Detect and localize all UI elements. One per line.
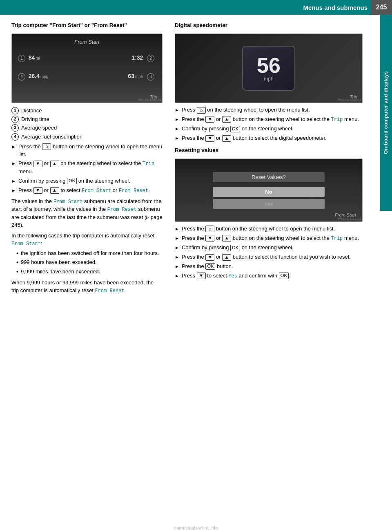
speed-number: 56 <box>257 55 281 76</box>
left-column: Trip computer "From Start" or "From Rese… <box>11 22 163 528</box>
rv-bullet-4: ► Press the ▼ or ▲ button to select the … <box>175 253 363 261</box>
rv-arrow-1: ► <box>175 226 179 232</box>
rv-arrow-2: ► <box>175 235 179 242</box>
num-badge-2: 2 <box>11 116 19 123</box>
badge-3: 3 <box>147 73 154 80</box>
dot-1: • <box>16 250 18 258</box>
arrow-4: ► <box>11 188 16 194</box>
home-key-1: ⌂ <box>42 143 51 150</box>
speed-img-code: P54.33-3614-31 <box>338 98 361 102</box>
dashboard-image: From Start 1 84mi 1:32 2 4 26.4mpg <box>11 34 163 103</box>
list-text-1: Distance <box>21 107 42 114</box>
rv-arrow-4: ► <box>175 254 179 261</box>
bullet-4-text: Press ▼ or ▲ to select From Start or Fro… <box>18 187 150 194</box>
ds-down-key-2: ▼ <box>205 135 214 142</box>
dash-row-2: 4 26.4mpg 63mph 3 <box>18 73 156 80</box>
down-key-1: ▼ <box>33 161 42 167</box>
rv-bullet-2-text: Press the ▼ or ▲ button on the steering … <box>182 235 359 242</box>
reset-title-bar: Reset Values? <box>213 172 325 182</box>
rv-bullet-1: ► Press the ⌂ button on the steering whe… <box>175 225 363 233</box>
badge-2: 2 <box>147 55 154 62</box>
rv-bullet-5: ► Press the OK button. <box>175 263 363 270</box>
dot-3: • <box>16 268 18 276</box>
ds-arrow-4: ► <box>175 135 179 142</box>
dot-text-2: 999 hours have been exceeded. <box>21 259 97 266</box>
val-264: 26.4 <box>29 73 40 79</box>
dash-badge-1: 1 84mi <box>18 54 40 62</box>
num-badge-3: 3 <box>11 124 19 132</box>
up-key-1: ▲ <box>50 161 59 167</box>
dot-text-3: 9,999 miles have been exceeded. <box>21 268 100 275</box>
header-title: Menus and submenus <box>303 4 368 11</box>
list-item-3: 3 Average speed <box>11 124 163 132</box>
dot-item-1: • the ignition has been switched off for… <box>11 250 163 258</box>
val-time: 1:32 <box>131 54 143 61</box>
rv-bullet-6-text: Press ▼ to select Yes and confirm with O… <box>182 272 290 280</box>
reset-yes-bar: Yes <box>213 199 325 209</box>
ds-bullet-4-text: Press the ▼ or ▲ button to select the di… <box>182 134 327 142</box>
list-item-1: 1 Distance <box>11 107 163 114</box>
main-content: Trip computer "From Start" or "From Rese… <box>0 15 371 532</box>
speed-display: 56 mph <box>242 46 295 91</box>
bullet-2: ► Press ▼ or ▲ on the steering wheel to … <box>11 160 163 175</box>
rv-arrow-5: ► <box>175 264 179 270</box>
side-tab: On-board computer and displays <box>380 15 392 211</box>
ds-bullet-2-text: Press the ▼ or ▲ button on the steering … <box>182 116 359 123</box>
rv-up-key-2: ▲ <box>222 254 231 261</box>
rv-bullet-3: ► Confirm by pressing OK on the steering… <box>175 244 363 252</box>
down-key-2: ▼ <box>33 187 42 194</box>
dash-time: 1:32 2 <box>131 54 156 62</box>
list-item-2: 2 Driving time <box>11 116 163 123</box>
ds-arrow-2: ► <box>175 116 179 123</box>
dot-text-1: the ignition has been switched off for m… <box>21 250 159 257</box>
img-code-left: P54.33-4249-31 <box>138 98 161 102</box>
header-bar: Menus and submenus <box>0 0 392 15</box>
numbered-list: 1 Distance 2 Driving time 3 Average spee… <box>11 107 163 141</box>
rv-ok-key-2: OK <box>205 263 215 270</box>
list-text-2: Driving time <box>21 116 49 123</box>
from-start-label: From Start <box>74 39 99 45</box>
ds-up-key-2: ▲ <box>222 135 231 142</box>
rv-up-key: ▲ <box>222 235 231 241</box>
para-2: In the following cases the trip computer… <box>11 232 163 248</box>
rv-bullet-1-text: Press the ⌂ button on the steering wheel… <box>182 225 335 233</box>
dash-badge-4: 4 26.4mpg <box>18 73 48 80</box>
ds-bullet-3-text: Confirm by pressing OK on the steering w… <box>182 125 294 133</box>
num-badge-1: 1 <box>11 107 19 114</box>
para-1: The values in the From Start submenu are… <box>11 198 163 229</box>
digital-section-heading: Digital speedometer <box>175 22 363 28</box>
rv-arrow-6: ► <box>175 273 179 279</box>
reset-section-heading: Resetting values <box>175 147 363 153</box>
arrow-3: ► <box>11 178 16 185</box>
ds-bullet-3: ► Confirm by pressing OK on the steering… <box>175 125 363 133</box>
right-column: Digital speedometer 56 mph Trip P54.33-3… <box>175 22 363 528</box>
ok-key-1: OK <box>67 178 77 184</box>
list-text-4: Average fuel consumption <box>21 133 82 141</box>
rv-bullet-3-text: Confirm by pressing OK on the steering w… <box>182 244 294 252</box>
speed-unit: mph <box>264 76 273 82</box>
ds-up-key: ▲ <box>222 116 231 123</box>
dot-item-3: • 9,999 miles have been exceeded. <box>11 268 163 276</box>
speed-image: 56 mph Trip P54.33-3614-31 <box>175 34 363 103</box>
arrow-1: ► <box>11 144 16 150</box>
rv-ok-key: OK <box>230 245 240 251</box>
num-badge-4: 4 <box>11 133 19 141</box>
rv-arrow-3: ► <box>175 245 179 251</box>
list-item-4: 4 Average fuel consumption <box>11 133 163 141</box>
dot-item-2: • 999 hours have been exceeded. <box>11 259 163 267</box>
dash-speed: 63mph 3 <box>128 73 156 80</box>
page-number: 245 <box>371 0 392 15</box>
ds-ok-key: OK <box>230 126 240 132</box>
reset-no-bar: No <box>213 187 325 197</box>
dot-2: • <box>16 259 18 267</box>
ds-down-key: ▼ <box>205 116 214 123</box>
ds-bullet-4: ► Press the ▼ or ▲ button to select the … <box>175 134 363 142</box>
rv-down-key-3: ▼ <box>197 273 206 279</box>
bullet-1: ► Press the ⌂ button on the steering whe… <box>11 143 163 159</box>
rv-bullet-5-text: Press the OK button. <box>182 263 233 270</box>
para-3: When 9,999 hours or 99,999 miles have be… <box>11 279 163 295</box>
list-text-3: Average speed <box>21 124 57 132</box>
ds-bullet-2: ► Press the ▼ or ▲ button on the steerin… <box>175 116 363 123</box>
val-84: 84 <box>29 54 35 61</box>
bullet-3-text: Confirm by pressing OK on the steering w… <box>18 177 130 185</box>
